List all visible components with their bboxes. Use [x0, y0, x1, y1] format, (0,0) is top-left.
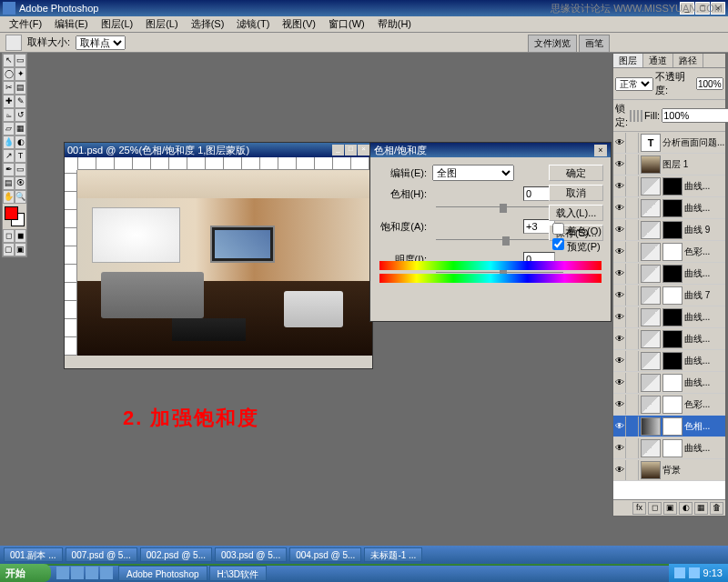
- dodge-tool[interactable]: ◐: [15, 135, 26, 149]
- wand-tool[interactable]: ✦: [15, 67, 26, 81]
- layer-row[interactable]: 👁曲线...: [613, 328, 725, 350]
- lock-trans-icon[interactable]: [630, 110, 632, 122]
- taskbar-app-0[interactable]: Adobe Photoshop: [118, 566, 207, 581]
- eye-icon[interactable]: 👁: [613, 395, 626, 415]
- brush-tool[interactable]: ✎: [15, 95, 26, 108]
- taskbar-app-1[interactable]: H:\3D软件: [209, 566, 268, 581]
- menu-filter[interactable]: 滤镜(T): [231, 16, 275, 32]
- fx-icon[interactable]: fx: [632, 502, 646, 515]
- file-browser-tab[interactable]: 文件浏览: [528, 35, 577, 53]
- history-tool[interactable]: ↺: [15, 108, 26, 122]
- color-swatch[interactable]: [5, 206, 25, 226]
- mask-icon[interactable]: ◻: [648, 502, 662, 515]
- menu-image[interactable]: 图层(L): [96, 16, 138, 32]
- layer-row[interactable]: 👁曲线...: [613, 372, 725, 394]
- link-cell[interactable]: [626, 264, 639, 284]
- eyedropper-icon[interactable]: [5, 35, 22, 51]
- colorize-check[interactable]: 着色(O): [552, 223, 602, 238]
- load-button[interactable]: 载入(L)...: [549, 205, 603, 221]
- shape-tool[interactable]: ▭: [15, 163, 26, 176]
- eye-icon[interactable]: 👁: [613, 416, 626, 436]
- link-cell[interactable]: [626, 198, 639, 218]
- app-task-1[interactable]: 007.psd @ 5...: [66, 547, 137, 562]
- menu-edit[interactable]: 编辑(E): [49, 16, 94, 32]
- link-cell[interactable]: [626, 329, 639, 349]
- paths-tab[interactable]: 路径: [673, 54, 703, 67]
- fg-color[interactable]: [5, 206, 18, 220]
- eye-icon[interactable]: 👁: [613, 176, 626, 196]
- screen-mode-2[interactable]: ▣: [15, 243, 26, 256]
- layer-row[interactable]: 👁曲线...: [613, 306, 725, 328]
- doc-titlebar[interactable]: 001.psd @ 25%(色相/饱和度 1,图层蒙版) _ □ ×: [65, 143, 372, 157]
- brushes-tab[interactable]: 画笔: [579, 35, 610, 53]
- eye-icon[interactable]: 👁: [613, 460, 626, 480]
- lock-pixel-icon[interactable]: [633, 110, 635, 122]
- doc-close[interactable]: ×: [358, 145, 369, 156]
- notes-tool[interactable]: ▤: [3, 176, 15, 190]
- layer-row[interactable]: 👁曲线...: [613, 437, 725, 459]
- eye-icon[interactable]: 👁: [613, 438, 626, 458]
- gradient-tool[interactable]: ▦: [15, 122, 26, 135]
- opacity-input[interactable]: [696, 77, 723, 90]
- tray-icon-1[interactable]: [674, 567, 685, 578]
- app-task-0[interactable]: 001.副本 ...: [4, 547, 63, 562]
- pen-tool[interactable]: ✒: [3, 163, 15, 176]
- edit-select[interactable]: 全图: [432, 165, 514, 181]
- eyedropper-tool[interactable]: ⦿: [15, 176, 26, 190]
- lock-pos-icon[interactable]: [637, 110, 639, 122]
- layer-row[interactable]: 👁图层 1: [613, 154, 725, 176]
- crop-tool[interactable]: ✂: [3, 81, 15, 95]
- layer-row[interactable]: 👁色彩...: [613, 394, 725, 416]
- ql-icon-2[interactable]: [71, 567, 84, 579]
- doc-min[interactable]: _: [332, 145, 344, 156]
- ql-icon-4[interactable]: [100, 567, 113, 579]
- eye-icon[interactable]: 👁: [613, 329, 626, 349]
- layer-row[interactable]: 👁曲线 7: [613, 285, 725, 306]
- stamp-tool[interactable]: ⎁: [3, 108, 15, 122]
- link-cell[interactable]: [626, 351, 639, 371]
- menu-file[interactable]: 文件(F): [4, 16, 47, 32]
- path-tool[interactable]: ↗: [3, 149, 15, 163]
- cancel-button[interactable]: 取消: [549, 185, 603, 201]
- move-tool[interactable]: ↖: [3, 54, 15, 67]
- layers-tab[interactable]: 图层: [613, 54, 643, 67]
- ok-button[interactable]: 确定: [549, 165, 603, 181]
- layer-row[interactable]: 👁曲线...: [613, 176, 725, 197]
- link-cell[interactable]: [626, 286, 639, 306]
- sat-slider[interactable]: [436, 239, 563, 248]
- app-task-3[interactable]: 003.psd @ 5...: [215, 547, 287, 562]
- marquee-tool[interactable]: ▭: [15, 54, 26, 67]
- fill-input[interactable]: [662, 108, 728, 123]
- link-cell[interactable]: [626, 242, 639, 262]
- menu-view[interactable]: 视图(V): [277, 16, 321, 32]
- quick-mask[interactable]: ◼: [15, 229, 26, 243]
- link-cell[interactable]: [626, 307, 639, 327]
- menu-select[interactable]: 选择(S): [186, 16, 230, 32]
- layer-row[interactable]: 👁曲线...: [613, 350, 725, 372]
- eye-icon[interactable]: 👁: [613, 242, 626, 262]
- start-button[interactable]: 开始: [0, 564, 51, 582]
- ql-icon-3[interactable]: [86, 567, 98, 579]
- heal-tool[interactable]: ✚: [3, 95, 15, 108]
- tray-icon-2[interactable]: [689, 567, 700, 578]
- dialog-titlebar[interactable]: 色相/饱和度 ×: [370, 143, 611, 157]
- new-layer-icon[interactable]: ▦: [694, 502, 708, 515]
- lock-all-icon[interactable]: [641, 110, 642, 122]
- canvas[interactable]: [77, 170, 372, 356]
- link-cell[interactable]: [626, 416, 639, 436]
- app-task-2[interactable]: 002.psd @ 5...: [140, 547, 212, 562]
- hand-tool[interactable]: ✋: [3, 190, 15, 204]
- eye-icon[interactable]: 👁: [613, 264, 626, 284]
- eye-icon[interactable]: 👁: [613, 351, 626, 371]
- link-cell[interactable]: [626, 133, 639, 153]
- link-cell[interactable]: [626, 460, 639, 480]
- layer-row[interactable]: 👁色彩...: [613, 241, 725, 263]
- hue-slider[interactable]: [436, 206, 563, 216]
- menu-window[interactable]: 窗口(W): [323, 16, 370, 32]
- eye-icon[interactable]: 👁: [613, 307, 626, 327]
- slice-tool[interactable]: ▤: [15, 81, 26, 95]
- eye-icon[interactable]: 👁: [613, 198, 626, 218]
- eraser-tool[interactable]: ▱: [3, 122, 15, 135]
- doc-max[interactable]: □: [345, 145, 357, 156]
- menu-layer[interactable]: 图层(L): [140, 16, 183, 32]
